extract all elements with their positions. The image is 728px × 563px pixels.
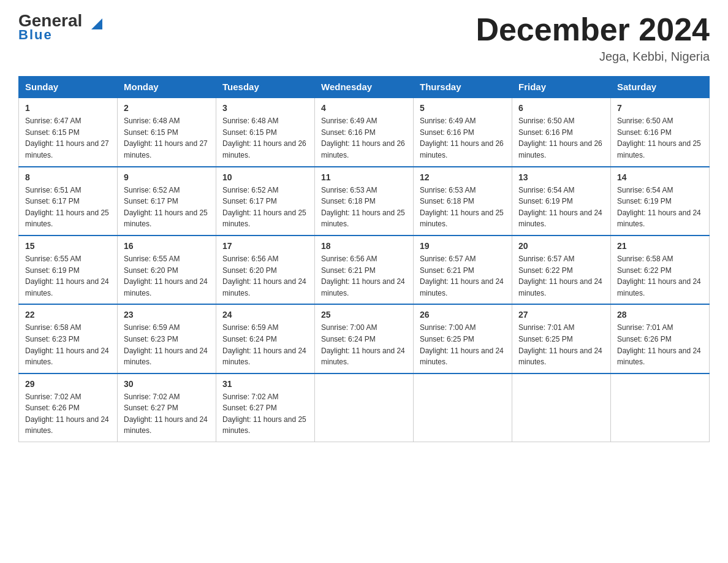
day-number: 16 [124, 241, 210, 251]
day-info: Sunrise: 6:52 AM Sunset: 6:17 PM Dayligh… [222, 185, 308, 230]
calendar-cell: 29 Sunrise: 7:02 AM Sunset: 6:26 PM Dayl… [19, 373, 118, 442]
day-number: 14 [617, 172, 703, 182]
header-thursday: Thursday [414, 77, 512, 98]
header-friday: Friday [512, 77, 611, 98]
calendar-week-row: 15 Sunrise: 6:55 AM Sunset: 6:19 PM Dayl… [19, 236, 710, 304]
calendar-cell: 10 Sunrise: 6:52 AM Sunset: 6:17 PM Dayl… [216, 167, 315, 236]
day-number: 15 [25, 241, 111, 251]
day-info: Sunrise: 6:47 AM Sunset: 6:15 PM Dayligh… [25, 115, 111, 161]
day-info: Sunrise: 6:56 AM Sunset: 6:21 PM Dayligh… [321, 253, 407, 299]
calendar-week-row: 8 Sunrise: 6:51 AM Sunset: 6:17 PM Dayli… [19, 167, 710, 236]
day-info: Sunrise: 6:59 AM Sunset: 6:24 PM Dayligh… [222, 322, 308, 367]
day-info: Sunrise: 6:58 AM Sunset: 6:22 PM Dayligh… [617, 253, 703, 299]
calendar-cell: 18 Sunrise: 6:56 AM Sunset: 6:21 PM Dayl… [315, 236, 414, 304]
day-info: Sunrise: 7:00 AM Sunset: 6:24 PM Dayligh… [321, 322, 407, 367]
day-number: 3 [222, 103, 308, 113]
calendar-table: SundayMondayTuesdayWednesdayThursdayFrid… [18, 76, 710, 442]
day-info: Sunrise: 7:02 AM Sunset: 6:27 PM Dayligh… [124, 391, 210, 437]
day-number: 20 [518, 241, 604, 251]
calendar-cell: 23 Sunrise: 6:59 AM Sunset: 6:23 PM Dayl… [118, 304, 216, 373]
day-info: Sunrise: 6:50 AM Sunset: 6:16 PM Dayligh… [518, 115, 604, 161]
calendar-week-row: 1 Sunrise: 6:47 AM Sunset: 6:15 PM Dayli… [19, 98, 710, 166]
calendar-cell: 19 Sunrise: 6:57 AM Sunset: 6:21 PM Dayl… [414, 236, 512, 304]
day-number: 22 [25, 310, 111, 320]
day-number: 21 [617, 241, 703, 251]
day-info: Sunrise: 6:59 AM Sunset: 6:23 PM Dayligh… [124, 322, 210, 367]
calendar-cell: 7 Sunrise: 6:50 AM Sunset: 6:16 PM Dayli… [611, 98, 710, 166]
day-info: Sunrise: 6:51 AM Sunset: 6:17 PM Dayligh… [25, 185, 111, 230]
location-text: Jega, Kebbi, Nigeria [476, 50, 710, 64]
day-number: 10 [222, 172, 308, 182]
day-info: Sunrise: 6:49 AM Sunset: 6:16 PM Dayligh… [420, 115, 506, 161]
header-sunday: Sunday [19, 77, 118, 98]
calendar-cell: 8 Sunrise: 6:51 AM Sunset: 6:17 PM Dayli… [19, 167, 118, 236]
day-number: 1 [25, 103, 111, 113]
day-info: Sunrise: 7:01 AM Sunset: 6:26 PM Dayligh… [617, 322, 703, 367]
day-number: 31 [222, 379, 308, 389]
header-monday: Monday [118, 77, 216, 98]
calendar-cell: 2 Sunrise: 6:48 AM Sunset: 6:15 PM Dayli… [118, 98, 216, 166]
day-number: 30 [124, 379, 210, 389]
day-info: Sunrise: 6:57 AM Sunset: 6:21 PM Dayligh… [420, 253, 506, 299]
day-info: Sunrise: 7:02 AM Sunset: 6:27 PM Dayligh… [222, 391, 308, 437]
day-number: 29 [25, 379, 111, 389]
day-info: Sunrise: 6:48 AM Sunset: 6:15 PM Dayligh… [124, 115, 210, 161]
day-number: 2 [124, 103, 210, 113]
calendar-cell: 17 Sunrise: 6:56 AM Sunset: 6:20 PM Dayl… [216, 236, 315, 304]
logo-text-blue: Blue [18, 27, 53, 43]
day-info: Sunrise: 7:00 AM Sunset: 6:25 PM Dayligh… [420, 322, 506, 367]
header-saturday: Saturday [611, 77, 710, 98]
day-info: Sunrise: 6:55 AM Sunset: 6:19 PM Dayligh… [25, 253, 111, 299]
day-number: 13 [518, 172, 604, 182]
day-number: 6 [518, 103, 604, 113]
day-info: Sunrise: 6:48 AM Sunset: 6:15 PM Dayligh… [222, 115, 308, 161]
header-wednesday: Wednesday [315, 77, 414, 98]
day-number: 23 [124, 310, 210, 320]
calendar-cell: 1 Sunrise: 6:47 AM Sunset: 6:15 PM Dayli… [19, 98, 118, 166]
month-title: December 2024 [476, 12, 710, 47]
day-info: Sunrise: 6:54 AM Sunset: 6:19 PM Dayligh… [518, 185, 604, 230]
calendar-cell [414, 373, 512, 442]
calendar-cell: 24 Sunrise: 6:59 AM Sunset: 6:24 PM Dayl… [216, 304, 315, 373]
day-number: 5 [420, 103, 506, 113]
day-info: Sunrise: 6:50 AM Sunset: 6:16 PM Dayligh… [617, 115, 703, 161]
calendar-cell: 4 Sunrise: 6:49 AM Sunset: 6:16 PM Dayli… [315, 98, 414, 166]
day-number: 11 [321, 172, 407, 182]
day-info: Sunrise: 6:49 AM Sunset: 6:16 PM Dayligh… [321, 115, 407, 161]
calendar-cell: 22 Sunrise: 6:58 AM Sunset: 6:23 PM Dayl… [19, 304, 118, 373]
day-number: 9 [124, 172, 210, 182]
day-info: Sunrise: 7:01 AM Sunset: 6:25 PM Dayligh… [518, 322, 604, 367]
calendar-cell: 12 Sunrise: 6:53 AM Sunset: 6:18 PM Dayl… [414, 167, 512, 236]
day-info: Sunrise: 6:54 AM Sunset: 6:19 PM Dayligh… [617, 185, 703, 230]
calendar-cell: 20 Sunrise: 6:57 AM Sunset: 6:22 PM Dayl… [512, 236, 611, 304]
calendar-cell: 13 Sunrise: 6:54 AM Sunset: 6:19 PM Dayl… [512, 167, 611, 236]
calendar-week-row: 29 Sunrise: 7:02 AM Sunset: 6:26 PM Dayl… [19, 373, 710, 442]
calendar-cell: 26 Sunrise: 7:00 AM Sunset: 6:25 PM Dayl… [414, 304, 512, 373]
logo: General Blue [18, 12, 91, 43]
page-header: General Blue December 2024 Jega, Kebbi, … [18, 12, 710, 64]
day-number: 28 [617, 310, 703, 320]
calendar-cell: 6 Sunrise: 6:50 AM Sunset: 6:16 PM Dayli… [512, 98, 611, 166]
day-number: 4 [321, 103, 407, 113]
calendar-cell: 16 Sunrise: 6:55 AM Sunset: 6:20 PM Dayl… [118, 236, 216, 304]
day-number: 12 [420, 172, 506, 182]
header-tuesday: Tuesday [216, 77, 315, 98]
day-number: 7 [617, 103, 703, 113]
day-number: 8 [25, 172, 111, 182]
calendar-cell: 28 Sunrise: 7:01 AM Sunset: 6:26 PM Dayl… [611, 304, 710, 373]
day-number: 18 [321, 241, 407, 251]
day-info: Sunrise: 7:02 AM Sunset: 6:26 PM Dayligh… [25, 391, 111, 437]
day-info: Sunrise: 6:53 AM Sunset: 6:18 PM Dayligh… [321, 185, 407, 230]
day-info: Sunrise: 6:53 AM Sunset: 6:18 PM Dayligh… [420, 185, 506, 230]
calendar-cell: 11 Sunrise: 6:53 AM Sunset: 6:18 PM Dayl… [315, 167, 414, 236]
day-number: 17 [222, 241, 308, 251]
calendar-cell [512, 373, 611, 442]
calendar-cell: 3 Sunrise: 6:48 AM Sunset: 6:15 PM Dayli… [216, 98, 315, 166]
day-number: 24 [222, 310, 308, 320]
calendar-cell: 15 Sunrise: 6:55 AM Sunset: 6:19 PM Dayl… [19, 236, 118, 304]
day-info: Sunrise: 6:58 AM Sunset: 6:23 PM Dayligh… [25, 322, 111, 367]
calendar-cell: 30 Sunrise: 7:02 AM Sunset: 6:27 PM Dayl… [118, 373, 216, 442]
day-info: Sunrise: 6:55 AM Sunset: 6:20 PM Dayligh… [124, 253, 210, 299]
day-number: 19 [420, 241, 506, 251]
day-info: Sunrise: 6:56 AM Sunset: 6:20 PM Dayligh… [222, 253, 308, 299]
